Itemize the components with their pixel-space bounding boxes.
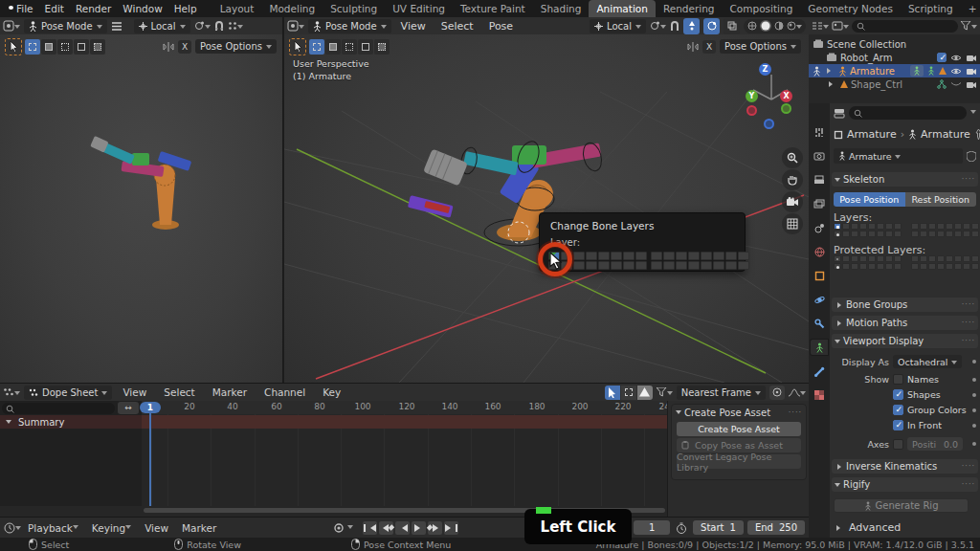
channel-search-input[interactable] — [2, 403, 115, 414]
layer-button[interactable] — [623, 261, 635, 270]
end-frame-field[interactable]: End250 — [747, 520, 805, 535]
menu-edit[interactable]: Edit — [39, 3, 70, 14]
tab-object-icon[interactable] — [811, 268, 828, 283]
playhead[interactable] — [149, 413, 151, 506]
layer-button[interactable] — [688, 261, 700, 270]
tab-output-icon[interactable] — [811, 172, 828, 187]
advanced-subpanel-header[interactable]: Advanced — [834, 521, 976, 534]
animate-dot[interactable] — [972, 393, 976, 397]
pose-position-button[interactable]: Pose Position — [834, 192, 905, 207]
layer-button[interactable] — [611, 252, 622, 260]
hide-hidden-toggle[interactable] — [621, 386, 636, 400]
proportional-editing-icon[interactable] — [228, 21, 243, 32]
only-errors-toggle[interactable] — [637, 386, 653, 400]
menu-view[interactable]: View — [116, 386, 153, 398]
axes-checkbox[interactable] — [893, 439, 903, 450]
prev-keyframe-button[interactable] — [379, 521, 393, 535]
layer-button[interactable] — [573, 261, 585, 270]
shading-rendered-icon[interactable] — [787, 21, 802, 32]
hamburger-menu-icon[interactable] — [111, 22, 122, 31]
workspace-tab-modeling[interactable]: Modeling — [261, 0, 323, 17]
layer-button[interactable] — [663, 261, 675, 270]
jump-to-start-button[interactable] — [363, 521, 377, 535]
expand-arrow-icon[interactable] — [829, 81, 835, 87]
menu-select[interactable]: Select — [435, 20, 479, 33]
names-checkbox[interactable] — [893, 374, 903, 385]
tab-object-data-icon[interactable] — [811, 340, 828, 355]
menu-file[interactable]: File — [11, 3, 39, 14]
group-colors-checkbox[interactable] — [893, 405, 903, 415]
create-pose-asset-button[interactable]: Create Pose Asset — [677, 422, 801, 436]
summary-channel-row[interactable]: Summary — [0, 415, 142, 429]
layer-button[interactable] — [725, 261, 737, 270]
proportional-editing-toggle[interactable] — [769, 386, 785, 400]
gizmo-z-axis[interactable]: Z — [759, 63, 771, 76]
xray-toggle-icon[interactable] — [724, 18, 740, 34]
in-front-checkbox[interactable] — [893, 420, 903, 430]
shading-wireframe-icon[interactable] — [747, 21, 757, 31]
layers-grid-1[interactable] — [834, 223, 902, 237]
auto-keying-toggle[interactable] — [332, 521, 345, 535]
layer-button[interactable] — [635, 252, 647, 260]
bone-groups-panel-header[interactable]: Bone Groups ···· — [832, 298, 978, 312]
select-tool-button[interactable] — [289, 38, 306, 55]
snap-mode-dropdown[interactable]: Nearest Frame — [677, 386, 766, 400]
outliner-filter-image-icon[interactable] — [832, 21, 849, 32]
play-reverse-button[interactable] — [395, 521, 410, 535]
protected-grid-1[interactable] — [834, 255, 902, 270]
tab-scene-icon[interactable] — [811, 220, 828, 235]
robot-arm-model-left[interactable] — [0, 34, 283, 383]
tab-constraints-icon[interactable] — [811, 316, 828, 331]
tab-tool-icon[interactable] — [811, 124, 828, 140]
workspace-tab-compositing[interactable]: Compositing — [723, 0, 801, 17]
layer-button[interactable] — [713, 252, 724, 260]
eye-closed-icon[interactable] — [950, 81, 962, 88]
menu-render[interactable]: Render — [70, 3, 117, 14]
tab-view-layer-icon[interactable] — [811, 196, 828, 211]
layer-button[interactable] — [676, 261, 687, 270]
pan-hand-icon[interactable] — [782, 169, 803, 190]
gizmo-toggle-icon[interactable] — [683, 18, 700, 34]
menu-help[interactable]: Help — [168, 3, 203, 14]
robot-arm-model-right[interactable] — [284, 34, 809, 383]
layer-button[interactable] — [725, 252, 737, 260]
animate-dot[interactable] — [972, 424, 976, 428]
shading-material-icon[interactable] — [774, 21, 784, 31]
auto-keying-dropdown[interactable] — [347, 521, 353, 535]
dope-sheet-mode-selector[interactable]: Dope Sheet — [24, 386, 112, 400]
shading-solid-icon[interactable] — [760, 20, 771, 32]
tab-physics-icon[interactable] — [811, 292, 828, 307]
pin-icon[interactable] — [974, 129, 980, 140]
falloff-curve-icon[interactable] — [789, 387, 806, 398]
menu-marker[interactable]: Marker — [175, 522, 223, 534]
layer-button[interactable] — [713, 261, 724, 270]
editor-type-icon[interactable] — [3, 387, 20, 398]
workspace-tab-uv-editing[interactable]: UV Editing — [385, 0, 453, 17]
menu-view[interactable]: View — [138, 522, 175, 534]
mode-selector[interactable]: Pose Mode — [308, 19, 391, 33]
layer-button[interactable] — [573, 252, 585, 260]
mode-selector[interactable]: Pose Mode — [24, 19, 107, 33]
expand-collapse-button[interactable]: ↔ — [118, 402, 139, 414]
inverse-kinematics-panel-header[interactable]: Inverse Kinematics ···· — [832, 459, 978, 474]
fake-user-shield-icon[interactable] — [967, 151, 976, 162]
layer-button[interactable] — [598, 261, 610, 270]
layer-button[interactable] — [676, 252, 687, 260]
layer-button[interactable] — [586, 252, 597, 260]
shapes-checkbox[interactable] — [893, 389, 903, 400]
menu-marker[interactable]: Marker — [206, 386, 254, 398]
gizmo-neg-y-axis[interactable] — [781, 103, 791, 114]
jump-to-end-button[interactable] — [444, 521, 458, 535]
animate-dot[interactable] — [972, 408, 976, 412]
properties-options-dropdown[interactable] — [970, 106, 976, 120]
camera-view-icon[interactable] — [782, 191, 803, 212]
current-frame-badge[interactable]: 1 — [140, 402, 161, 413]
start-frame-field[interactable]: Start1 — [693, 520, 744, 535]
menu-window[interactable]: Window — [117, 3, 167, 14]
filter-funnel-icon[interactable] — [961, 21, 977, 32]
tab-texture-icon[interactable] — [811, 387, 828, 403]
protected-grid-2[interactable] — [911, 255, 979, 270]
menu-playback[interactable]: Playback — [21, 521, 85, 534]
outliner-row-shape-ctrl[interactable]: Shape_Ctrl — [809, 77, 980, 91]
armature-datablock-field[interactable]: Armature — [834, 148, 963, 164]
